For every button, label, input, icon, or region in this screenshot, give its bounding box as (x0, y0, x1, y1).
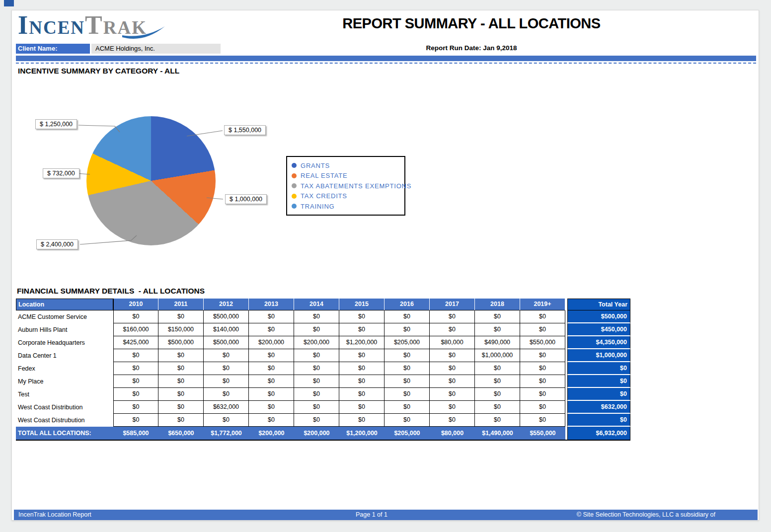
value-cell: $80,000 (430, 336, 475, 349)
value-cell: $0 (158, 414, 204, 427)
value-cell: $160,000 (113, 323, 158, 336)
value-cell: $500,000 (158, 336, 204, 349)
location-cell: Corporate Headquarters (16, 336, 113, 349)
value-cell: $0 (385, 349, 430, 362)
value-cell: $0 (475, 401, 520, 414)
pie-legend: GRANTS REAL ESTATE TAX ABATEMENTS EXEMPT… (286, 156, 405, 216)
value-cell: $0 (204, 388, 249, 401)
legend-item-tax-abatements: TAX ABATEMENTS EXEMPTIONS (292, 181, 400, 191)
client-name-label: Client Name: (16, 44, 90, 54)
column-header: 2011 (158, 299, 204, 310)
value-cell: $0 (294, 375, 339, 388)
table-row: Test$0$0$0$0$0$0$0$0$0$0$0 (16, 388, 630, 401)
total-value-cell: $80,000 (430, 427, 475, 440)
logo-letters: NCEN (29, 17, 85, 38)
legend-item-real-estate: REAL ESTATE (292, 171, 400, 181)
value-cell: $425,000 (113, 336, 158, 349)
legend-label: REAL ESTATE (301, 172, 348, 179)
row-total-cell: $450,000 (567, 323, 630, 336)
value-cell: $0 (294, 349, 339, 362)
legend-dot-icon (292, 163, 297, 168)
value-cell: $0 (249, 414, 294, 427)
total-value-cell: $205,000 (385, 427, 430, 440)
value-cell: $500,000 (204, 310, 249, 323)
value-cell: $0 (385, 401, 430, 414)
value-cell: $0 (158, 310, 204, 323)
table-row: Auburn Hills Plant$160,000$150,000$140,0… (16, 323, 630, 336)
location-cell: West Coast Distribution (16, 401, 113, 414)
value-cell: $0 (385, 362, 430, 375)
pie-label-grants: $ 1,550,000 (224, 125, 266, 135)
report-page: INCENTRAK REPORT SUMMARY - ALL LOCATIONS… (11, 10, 759, 521)
value-cell: $0 (204, 349, 249, 362)
header-divider-bar (16, 56, 756, 61)
value-cell: $0 (385, 310, 430, 323)
value-cell: $0 (249, 323, 294, 336)
value-cell: $0 (430, 401, 475, 414)
location-cell: My Place (16, 375, 113, 388)
value-cell: $0 (520, 414, 565, 427)
table-row: West Coast Distrubution$0$0$0$0$0$0$0$0$… (16, 414, 630, 427)
value-cell: $0 (339, 375, 385, 388)
footer-copyright: © Site Selection Technologies, LLC a sub… (577, 511, 715, 518)
grand-total-cell: $6,932,000 (567, 427, 630, 440)
table-row: My Place$0$0$0$0$0$0$0$0$0$0$0 (16, 375, 630, 388)
value-cell: $200,000 (249, 336, 294, 349)
legend-dot-icon (292, 194, 297, 199)
value-cell: $0 (520, 310, 565, 323)
logo-letter: I (18, 11, 29, 39)
legend-label: GRANTS (301, 162, 330, 169)
value-cell: $490,000 (475, 336, 520, 349)
legend-dot-icon (292, 183, 297, 188)
legend-dot-icon (292, 173, 297, 178)
value-cell: $0 (520, 323, 565, 336)
value-cell: $0 (520, 388, 565, 401)
row-total-cell: $0 (567, 414, 630, 427)
value-cell: $140,000 (204, 323, 249, 336)
legend-item-grants: GRANTS (292, 160, 400, 171)
column-header: 2017 (430, 299, 475, 310)
table-header-row: Location20102011201220132014201520162017… (16, 299, 630, 310)
value-cell: $0 (385, 375, 430, 388)
total-value-cell: $200,000 (249, 427, 294, 440)
column-header: 2018 (475, 299, 520, 310)
value-cell: $0 (294, 310, 339, 323)
value-cell: $0 (520, 401, 565, 414)
column-header: Total Year (567, 299, 630, 310)
value-cell: $0 (475, 414, 520, 427)
page-title: REPORT SUMMARY - ALL LOCATIONS (285, 15, 658, 32)
value-cell: $500,000 (204, 336, 249, 349)
value-cell: $0 (475, 362, 520, 375)
value-cell: $0 (430, 323, 475, 336)
location-cell: ACME Customer Service (16, 310, 113, 323)
value-cell: $0 (475, 388, 520, 401)
logo-swoosh-icon (121, 25, 167, 40)
value-cell: $0 (294, 388, 339, 401)
row-total-cell: $0 (567, 375, 630, 388)
table-row: Data Center 1$0$0$0$0$0$0$0$0$1,000,000$… (16, 349, 630, 362)
dashed-separator (16, 63, 756, 64)
value-cell: $0 (249, 375, 294, 388)
value-cell: $0 (475, 323, 520, 336)
value-cell: $0 (158, 401, 204, 414)
incentive-pie-chart (86, 116, 216, 245)
value-cell: $0 (430, 349, 475, 362)
value-cell: $0 (294, 362, 339, 375)
row-total-cell: $0 (567, 362, 630, 375)
pie-label-tax-credits: $ 732,000 (43, 168, 79, 178)
table-row: West Coast Distribution$0$0$632,000$0$0$… (16, 401, 630, 414)
value-cell: $0 (385, 388, 430, 401)
pie-label-training: $ 1,250,000 (35, 119, 77, 129)
total-value-cell: $1,490,000 (475, 427, 520, 440)
financial-summary-heading: FINANCIAL SUMMARY DETAILS - ALL LOCATION… (17, 287, 205, 296)
value-cell: $0 (520, 349, 565, 362)
total-value-cell: $550,000 (520, 427, 565, 440)
value-cell: $0 (204, 414, 249, 427)
location-cell: West Coast Distrubution (16, 414, 113, 427)
value-cell: $0 (113, 362, 158, 375)
incentrak-logo: INCENTRAK (18, 10, 147, 40)
incentive-summary-heading: INCENTIVE SUMMARY BY CATEGORY - ALL (18, 67, 179, 76)
value-cell: $0 (249, 310, 294, 323)
legend-item-training: TRAINING (292, 201, 400, 212)
value-cell: $1,000,000 (475, 349, 520, 362)
